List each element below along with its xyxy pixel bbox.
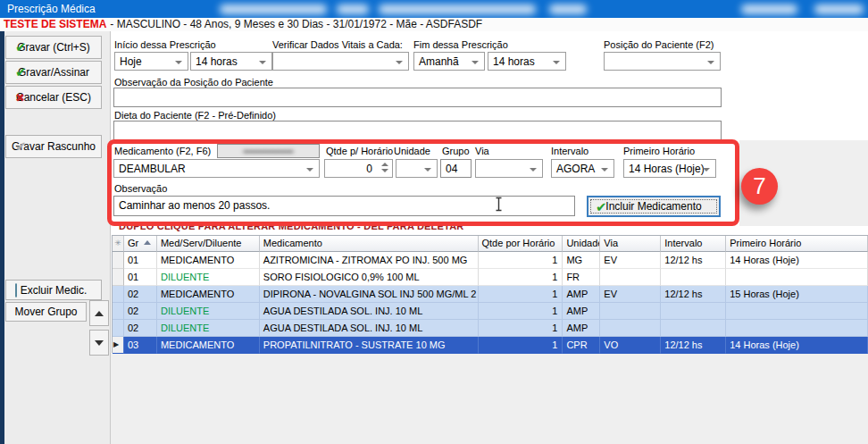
cell-medicamento[interactable]: DIPIRONA - NOVALGINA SOL INJ 500 MG/ML 2 (260, 286, 479, 303)
cell-unidade[interactable]: AMP (563, 320, 600, 337)
cell-primeiro[interactable]: 14 Horas (Hoje) (726, 252, 868, 269)
cell-unidade[interactable]: FR (563, 269, 600, 286)
cell-primeiro[interactable] (726, 320, 868, 337)
observation-input[interactable]: Caminhar ao menos 20 passos. (113, 196, 575, 216)
cell-intervalo[interactable] (661, 303, 726, 320)
cell-tipo[interactable]: MEDICAMENTO (157, 252, 260, 269)
move-group-button[interactable]: Mover Grupo (5, 302, 87, 322)
cell-qtde[interactable]: 1 (479, 252, 563, 269)
group-input[interactable]: 04 (440, 159, 472, 178)
cell-qtde[interactable]: 1 (479, 269, 563, 286)
table-row[interactable]: 01 DILUENTE SORO FISIOLOGICO 0,9% 100 ML… (113, 269, 868, 286)
table-row[interactable]: ▶ 03 MEDICAMENTO PROPATILNITRATO - SUSTR… (113, 337, 868, 354)
column-header-gr[interactable]: Gr (124, 236, 157, 252)
save-button[interactable]: ✔ Gravar (Ctrl+S) (5, 36, 102, 59)
cell-gr[interactable]: 01 (124, 269, 157, 286)
cell-qtde[interactable]: 1 (479, 303, 563, 320)
cell-qtde[interactable]: 1 (479, 286, 563, 303)
chevron-down-icon (472, 61, 479, 64)
cell-unidade[interactable]: MG (563, 252, 600, 269)
move-group-up-button[interactable] (89, 300, 109, 326)
cell-tipo[interactable]: MEDICAMENTO (157, 337, 260, 354)
column-header-medicamento[interactable]: Medicamento (260, 236, 479, 252)
cell-gr[interactable]: 03 (124, 337, 157, 354)
cell-medicamento[interactable]: AZITROMICINA - ZITROMAX PO INJ. 500 MG (260, 252, 479, 269)
qty-stepper[interactable]: 0 (324, 159, 393, 178)
cancel-button[interactable]: ✖ Cancelar (ESC) (5, 86, 102, 109)
cell-via[interactable]: EV (600, 252, 661, 269)
cell-gr[interactable]: 01 (124, 252, 157, 269)
add-medication-button[interactable]: ✔ Incluir Medicamento (587, 196, 721, 217)
end-prescription-label: Fim dessa Prescrição (413, 39, 508, 50)
cell-unidade[interactable]: CPR (563, 337, 600, 354)
first-time-select[interactable]: 14 Horas (Hoje) (623, 159, 716, 178)
diet-label: Dieta do Paciente (F2 - Pré-Definido) (114, 110, 276, 121)
column-header-unidade[interactable]: Unidade (563, 236, 600, 252)
patient-position-select[interactable] (604, 52, 721, 71)
cell-primeiro[interactable]: 14 Horas (Hoje) (726, 337, 868, 354)
cell-gr[interactable]: 02 (124, 286, 157, 303)
redacted-titlebar-text (741, 4, 797, 14)
save-draft-button[interactable]: ✔ Gravar Rascunho (5, 135, 102, 158)
check-icon: ✔ (15, 64, 27, 80)
cell-tipo[interactable]: MEDICAMENTO (157, 286, 260, 303)
chevron-down-icon (707, 61, 714, 64)
cell-unidade[interactable]: AMP (563, 286, 600, 303)
position-observation-label: Observação da Posição do Paciente (114, 77, 273, 88)
cell-qtde[interactable]: 1 (479, 337, 563, 354)
cell-intervalo[interactable] (661, 269, 726, 286)
position-observation-input[interactable] (113, 88, 722, 107)
column-header-qtde[interactable]: Qtde por Horário (479, 236, 563, 252)
cell-medicamento[interactable]: PROPATILNITRATO - SUSTRATE 10 MG (260, 337, 479, 354)
diet-input[interactable] (113, 121, 722, 140)
cell-unidade[interactable]: AMP (563, 303, 600, 320)
cell-medicamento[interactable]: AGUA DESTILADA SOL. INJ. 10 ML (260, 303, 479, 320)
cell-medicamento[interactable]: SORO FISIOLOGICO 0,9% 100 ML (260, 269, 479, 286)
start-time-select[interactable]: 14 horas (190, 52, 272, 71)
table-row[interactable]: 02 DILUENTE AGUA DESTILADA SOL. INJ. 10 … (113, 303, 868, 320)
cell-gr[interactable]: 02 (124, 303, 157, 320)
medication-select[interactable]: DEAMBULAR (113, 159, 320, 178)
interval-select[interactable]: AGORA (551, 159, 614, 178)
move-group-down-button[interactable] (89, 330, 109, 356)
cell-primeiro[interactable] (726, 269, 868, 286)
delete-medication-button[interactable]: Excluir Medic. (5, 280, 102, 300)
cell-via[interactable] (600, 320, 661, 337)
table-row[interactable]: 01 MEDICAMENTO AZITROMICINA - ZITROMAX P… (113, 252, 868, 269)
cell-via[interactable]: EV (600, 286, 661, 303)
cell-tipo[interactable]: DILUENTE (157, 269, 260, 286)
end-day-select[interactable]: Amanhã (413, 52, 485, 71)
cell-tipo[interactable]: DILUENTE (157, 320, 260, 337)
column-header-primeiro[interactable]: Primeiro Horário (726, 236, 868, 252)
column-header-intervalo[interactable]: Intervalo (661, 236, 726, 252)
cell-gr[interactable]: 02 (124, 320, 157, 337)
cell-via[interactable] (600, 303, 661, 320)
save-sign-button[interactable]: ✔ Gravar/Assinar (5, 61, 102, 84)
cell-primeiro[interactable] (726, 303, 868, 320)
cell-qtde[interactable]: 1 (479, 320, 563, 337)
cell-intervalo[interactable]: 12/12 hs (661, 252, 726, 269)
column-header-tipo[interactable]: Med/Serv/Diluente (157, 236, 260, 252)
cell-via[interactable] (600, 269, 661, 286)
cell-tipo[interactable]: DILUENTE (157, 303, 260, 320)
table-row[interactable]: 02 MEDICAMENTO DIPIRONA - NOVALGINA SOL … (113, 286, 868, 303)
cell-intervalo[interactable] (661, 320, 726, 337)
row-indicator (113, 303, 124, 320)
minus-icon (15, 284, 17, 297)
window-title: Prescrição Médica (7, 3, 96, 15)
vitals-check-select[interactable] (272, 52, 409, 71)
qty-per-time-label: Qtde p/ Horário (326, 146, 393, 156)
table-row[interactable]: 02 DILUENTE AGUA DESTILADA SOL. INJ. 10 … (113, 320, 868, 337)
cell-medicamento[interactable]: AGUA DESTILADA SOL. INJ. 10 ML (260, 320, 479, 337)
end-time-select[interactable]: 14 horas (488, 52, 566, 71)
start-day-select[interactable]: Hoje (114, 52, 188, 71)
stepper-arrows-icon[interactable] (381, 163, 388, 172)
cell-primeiro[interactable]: 15 Horas (Hoje) (726, 286, 868, 303)
route-select[interactable] (475, 159, 543, 178)
cell-intervalo[interactable]: 12/12 hs (661, 337, 726, 354)
unit-select[interactable] (396, 159, 438, 178)
medication-grid: ✳ Gr Med/Serv/Diluente Medicamento Qtde … (112, 235, 868, 353)
cell-via[interactable]: VO (600, 337, 661, 354)
cell-intervalo[interactable]: 12/12 hs (661, 286, 726, 303)
column-header-via[interactable]: Via (600, 236, 661, 252)
